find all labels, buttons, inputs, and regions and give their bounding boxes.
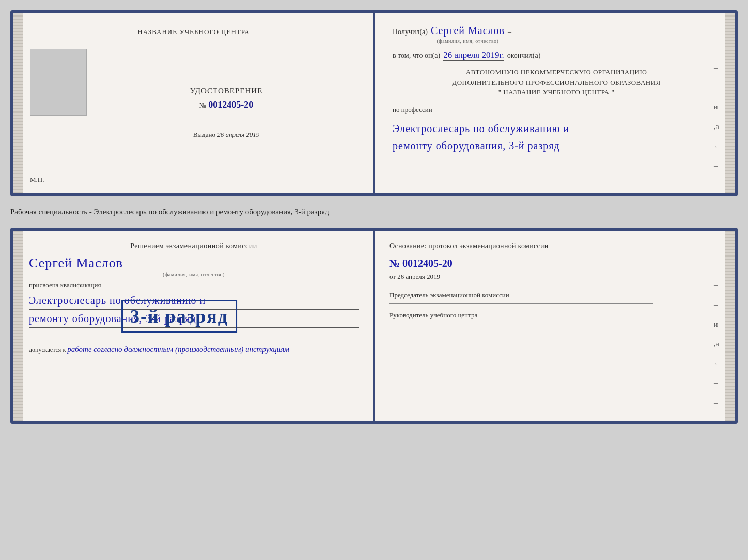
- bottom-recipient-name: Сергей Маслов: [29, 255, 359, 271]
- ot-label: от: [389, 273, 396, 280]
- cert-number: 0012405-20: [208, 100, 253, 110]
- predsedatel-sign-line: [389, 303, 653, 304]
- cert-num: 0012405-20: [402, 258, 453, 269]
- rukovoditel-sign-line: [389, 323, 653, 323]
- dash-top: –: [508, 28, 511, 36]
- ot-date: 26 апреля 2019: [397, 273, 440, 280]
- specialty-label: Рабочая специальность - Электрослесарь п…: [10, 205, 738, 218]
- cert-top-left-panel: НАЗВАНИЕ УЧЕБНОГО ЦЕНТРА УДОСТОВЕРЕНИЕ №…: [13, 13, 374, 193]
- completed-date: 26 апреля 2019г.: [443, 50, 504, 61]
- bottom-left-panel: Решением экзаменационной комиссии Сергей…: [13, 231, 374, 421]
- stamp-text: 3-й разряд: [130, 306, 228, 327]
- rukovoditel-block: Руководитель учебного центра: [389, 311, 719, 319]
- divider-line-1: [95, 119, 357, 119]
- profession-line2: ремонту оборудования, 3-й разряд: [393, 137, 720, 154]
- divider-2: [29, 338, 359, 338]
- org-block: АВТОНОМНУЮ НЕКОММЕРЧЕСКУЮ ОРГАНИЗАЦИЮ ДО…: [393, 67, 720, 98]
- org-line1: АВТОНОМНУЮ НЕКОММЕРЧЕСКУЮ ОРГАНИЗАЦИЮ: [393, 67, 720, 77]
- bottom-certificate-card: Решением экзаменационной комиссии Сергей…: [10, 228, 738, 424]
- vydano-label: Выдано: [193, 131, 215, 138]
- osnovanie-title: Основание: протокол экзаменационной коми…: [389, 242, 719, 250]
- recipient-name-top: Сергей Маслов: [431, 25, 505, 38]
- predsedatel-block: Председатель экзаменационной комиссии: [389, 291, 719, 299]
- vtom-label: в том, что он(а): [393, 52, 440, 60]
- bottom-name-block: Сергей Маслов (фамилия, имя, отчество): [29, 255, 359, 277]
- vtom-row: в том, что он(а) 26 апреля 2019г. окончи…: [393, 50, 720, 61]
- cert-top-right-panel: Получил(а) Сергей Маслов (фамилия, имя, …: [374, 13, 735, 193]
- prisvoena-label: присвоена квалификация: [29, 281, 359, 290]
- right-dashes: – – – и ,а ← – – –: [714, 44, 721, 196]
- okochil-label: окончил(а): [507, 52, 541, 60]
- org-line2: ДОПОЛНИТЕЛЬНОГО ПРОФЕССИОНАЛЬНОГО ОБРАЗО…: [393, 77, 720, 88]
- mp-label: М.П.: [30, 175, 44, 184]
- po-professii-label: по профессии: [393, 106, 720, 114]
- vydano-row: Выдано 26 апреля 2019: [193, 131, 260, 139]
- bottom-fio-caption: (фамилия, имя, отчество): [29, 271, 359, 277]
- dopuskaetsya-value: работе согласно должностным (производств…: [67, 345, 289, 354]
- cert-num-prefix: №: [389, 258, 400, 269]
- poluchil-label: Получил(а): [393, 28, 428, 36]
- bottom-right-dashes: – – – и ,а ← – – –: [714, 262, 721, 424]
- org-line3: " НАЗВАНИЕ УЧЕБНОГО ЦЕНТРА ": [393, 87, 720, 98]
- stamp: 3-й разряд: [121, 300, 237, 333]
- cert-number-prefix: №: [199, 102, 206, 110]
- bottom-right-panel: Основание: протокол экзаменационной коми…: [374, 231, 735, 421]
- udostoverenie-label: УДОСТОВЕРЕНИЕ: [190, 87, 263, 95]
- divider-1: [29, 333, 359, 333]
- poluchil-row: Получил(а) Сергей Маслов (фамилия, имя, …: [393, 25, 720, 44]
- cert-center-block: УДОСТОВЕРЕНИЕ № 0012405-20 Выдано 26 апр…: [95, 46, 357, 179]
- photo-placeholder: [30, 49, 87, 116]
- fio-caption-top: (фамилия, имя, отчество): [437, 38, 499, 44]
- dopuskaetsya-row: допускается к работе согласно должностны…: [29, 345, 359, 354]
- resheniem-title: Решением экзаменационной комиссии: [29, 242, 359, 250]
- profession-block: Электрослесарь по обслуживанию и ремонту…: [393, 120, 720, 154]
- school-name-top: НАЗВАНИЕ УЧЕБНОГО ЦЕНТРА: [137, 28, 250, 36]
- top-certificate-card: НАЗВАНИЕ УЧЕБНОГО ЦЕНТРА УДОСТОВЕРЕНИЕ №…: [10, 10, 738, 196]
- bottom-cert-num: № 0012405-20: [389, 258, 719, 269]
- bottom-divider-lines: [29, 333, 359, 338]
- vydano-date: 26 апреля 2019: [217, 131, 259, 138]
- profession-line1: Электрослесарь по обслуживанию и: [393, 120, 720, 137]
- page-container: НАЗВАНИЕ УЧЕБНОГО ЦЕНТРА УДОСТОВЕРЕНИЕ №…: [10, 10, 738, 424]
- dopuskaetsya-label: допускается к: [29, 346, 66, 354]
- ot-date-row: от 26 апреля 2019: [389, 273, 719, 281]
